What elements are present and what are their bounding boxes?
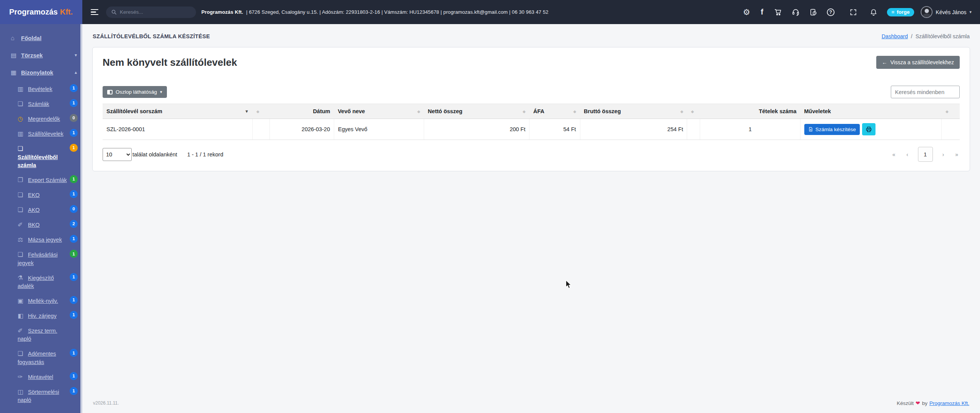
notifications-bell-icon[interactable] bbox=[870, 8, 877, 16]
footer-credits: Készült ❤ by Programozás Kft. bbox=[897, 400, 969, 406]
sidebar-item-label: Bizonylatok bbox=[21, 69, 53, 76]
topbar-actions: ⚙ f ? ≡ forge Kévés bbox=[743, 6, 972, 18]
sidebar-item-szallitolevelek[interactable]: ▥Szállítólevelek 1 bbox=[0, 126, 82, 141]
col-header-sorszam[interactable]: Szállítólevél sorszám▼ bbox=[103, 104, 253, 119]
footer-company-link[interactable]: Programozás Kft. bbox=[929, 400, 969, 406]
sort-icon[interactable]: ◆ bbox=[691, 109, 694, 114]
sort-icon[interactable]: ◆ bbox=[573, 109, 576, 114]
page-size-select[interactable]: 10 bbox=[103, 148, 132, 161]
app-version: v2026.11.11. bbox=[93, 400, 119, 406]
support-headset-icon[interactable] bbox=[792, 8, 800, 16]
pager-next-button[interactable]: › bbox=[941, 150, 946, 159]
cart-icon[interactable] bbox=[774, 8, 782, 16]
printer-icon bbox=[866, 126, 872, 133]
breadcrumb: Dashboard / Szállítólevélből számla bbox=[882, 33, 970, 39]
pager-prev-button[interactable]: ‹ bbox=[905, 150, 910, 159]
forge-badge[interactable]: ≡ forge bbox=[887, 8, 915, 16]
app-logo[interactable]: Programozás Kft. bbox=[0, 0, 82, 24]
col-header-spacer-2[interactable]: ◆ bbox=[687, 104, 700, 119]
col-header-spacer-1[interactable]: ◆ bbox=[253, 104, 270, 119]
settings-gear-icon[interactable]: ⚙ bbox=[743, 8, 750, 16]
sidebar-item-label: Mázsa jegyek bbox=[28, 237, 62, 243]
sidebar-item-kiegeszito-adalek[interactable]: ⚗Kiegészítő adalék 1 bbox=[0, 270, 82, 293]
app: { "brand": { "name": "Programozás", "suf… bbox=[0, 0, 980, 413]
sidebar-item-bko[interactable]: ✐BKO 2 bbox=[0, 217, 82, 232]
col-header-brutto[interactable]: Bruttó összeg◆ bbox=[580, 104, 687, 119]
sidebar-item-fooldal[interactable]: ⌂Főoldal bbox=[0, 29, 82, 47]
sidebar-item-label: Számlák bbox=[28, 101, 49, 107]
sidebar-item-mellek-nyilv[interactable]: ▣Mellék-nyilv. 1 bbox=[0, 293, 82, 308]
search-icon bbox=[111, 9, 117, 15]
count-badge: 1 bbox=[70, 372, 78, 380]
sidebar-item-sortermelesi-naplo[interactable]: ◫Sörtermelési napló 1 bbox=[0, 384, 82, 407]
sidebar-item-eko[interactable]: ❏EKO 1 bbox=[0, 187, 82, 202]
sidebar-item-kimutatasok[interactable]: ▂▅▇Kimutatások ▾ bbox=[0, 407, 82, 413]
menu-toggle-button[interactable] bbox=[91, 9, 98, 15]
sidebar-item-torzsek[interactable]: ▤Törzsek ▾ bbox=[0, 47, 82, 64]
chevron-down-icon: ▾ bbox=[75, 52, 77, 59]
col-header-spacer-3[interactable]: ◆ bbox=[942, 104, 960, 119]
avatar bbox=[921, 6, 933, 18]
column-visibility-button[interactable]: Oszlop láthatóság ▾ bbox=[103, 86, 167, 98]
cell-vevo: Egyes Vevő bbox=[334, 119, 424, 140]
columns-icon bbox=[107, 90, 113, 94]
global-search-input[interactable]: Keresés... bbox=[106, 7, 196, 18]
sort-desc-icon[interactable]: ▼ bbox=[245, 109, 249, 114]
sidebar-item-mazsa-jegyek[interactable]: ⚖Mázsa jegyek 1 bbox=[0, 232, 82, 247]
sidebar-item-ako[interactable]: ❏AKO 0 bbox=[0, 202, 82, 217]
breadcrumb-dashboard-link[interactable]: Dashboard bbox=[882, 33, 908, 39]
sidebar-item-adomentes-fogyasztas[interactable]: ❏Adómentes fogyasztás 1 bbox=[0, 346, 82, 369]
sidebar-item-szesz-term-naplo[interactable]: ✐Szesz term. napló bbox=[0, 323, 82, 346]
col-header-afa[interactable]: ÁFA◆ bbox=[529, 104, 580, 119]
sort-icon[interactable]: ◆ bbox=[680, 109, 683, 114]
sidebar-item-bevetelek[interactable]: ▥Bevételek 1 bbox=[0, 81, 82, 96]
sidebar-item-label: BKO bbox=[28, 222, 40, 228]
sidebar-item-bizonylatok[interactable]: ▦Bizonylatok ▴ bbox=[0, 64, 82, 81]
company-details: | 6726 Szeged, Csalogány u.15. | Adószám… bbox=[246, 9, 549, 15]
forge-label: forge bbox=[897, 9, 910, 15]
count-badge: 1 bbox=[70, 273, 78, 281]
table-row: SZL-2026-0001 2026-03-20 Egyes Vevő 200 … bbox=[103, 119, 960, 140]
sidebar-item-hiv-zarjegy[interactable]: ◧Hiv. zárjegy 1 bbox=[0, 308, 82, 323]
cell-spacer-3 bbox=[942, 119, 960, 140]
pager-current-page[interactable]: 1 bbox=[918, 147, 933, 162]
sidebar-item-megrendelok[interactable]: ◷Megrendelők 0 bbox=[0, 111, 82, 126]
col-header-datum[interactable]: Dátum bbox=[270, 104, 334, 119]
sidebar-item-icon: ❏ bbox=[18, 205, 28, 214]
user-name: Kévés János bbox=[936, 9, 966, 15]
sidebar-item-label: Mintavétel bbox=[28, 374, 53, 380]
col-header-tetelek[interactable]: Tételek száma bbox=[700, 104, 800, 119]
cell-tetelek: 1 bbox=[700, 119, 800, 140]
sort-icon[interactable]: ◆ bbox=[523, 109, 526, 114]
sidebar-item-export-szamlak[interactable]: ❐Export Számlák 1 bbox=[0, 172, 82, 187]
table-search-input[interactable] bbox=[891, 86, 960, 98]
sidebar-item-felvasarlasi-jegyek[interactable]: ❏Felvásárlási jegyek 1 bbox=[0, 247, 82, 270]
user-menu[interactable]: Kévés János ▾ bbox=[921, 6, 972, 18]
pager-first-button[interactable]: « bbox=[891, 150, 897, 159]
sidebar-item-szallitolevelbol-szamla[interactable]: ❏Szállítólevélből számla 1 bbox=[0, 141, 82, 172]
sidebar-item-mintavetel[interactable]: ✑Mintavétel 1 bbox=[0, 369, 82, 384]
fullscreen-icon[interactable] bbox=[849, 8, 857, 16]
help-icon[interactable]: ? bbox=[827, 8, 835, 16]
print-button[interactable] bbox=[862, 123, 875, 135]
pager-last-button[interactable]: » bbox=[954, 150, 960, 159]
sort-icon[interactable]: ◆ bbox=[417, 109, 420, 114]
sidebar-item-label: Szállítólevélből számla bbox=[18, 154, 58, 168]
sidebar-item-icon: ❏ bbox=[18, 144, 28, 153]
sort-icon[interactable]: ◆ bbox=[946, 109, 949, 114]
facebook-icon[interactable]: f bbox=[760, 8, 764, 16]
col-header-netto[interactable]: Nettó összeg◆ bbox=[424, 104, 529, 119]
sidebar-item-label: Főoldal bbox=[21, 35, 41, 41]
col-header-vevo[interactable]: Vevő neve◆ bbox=[334, 104, 424, 119]
back-to-delivery-notes-button[interactable]: ← Vissza a szállítólevelekhez bbox=[876, 56, 960, 69]
sidebar-item-icon: ▤ bbox=[11, 51, 21, 60]
sidebar-item-szamlak[interactable]: ❏Számlák 1 bbox=[0, 96, 82, 111]
sidebar-item-label: Bevételek bbox=[28, 86, 52, 92]
create-invoice-button[interactable]: Számla készítése bbox=[804, 124, 860, 135]
sort-icon[interactable]: ◆ bbox=[256, 109, 260, 114]
col-header-muveletek: Műveletek bbox=[800, 104, 941, 119]
clipboard-history-icon[interactable] bbox=[809, 8, 817, 16]
sidebar-item-icon: ❏ bbox=[18, 250, 28, 259]
delivery-notes-table: Szállítólevél sorszám▼ ◆ Dátum Vevő neve… bbox=[103, 104, 960, 140]
cell-sorszam: SZL-2026-0001 bbox=[103, 119, 253, 140]
